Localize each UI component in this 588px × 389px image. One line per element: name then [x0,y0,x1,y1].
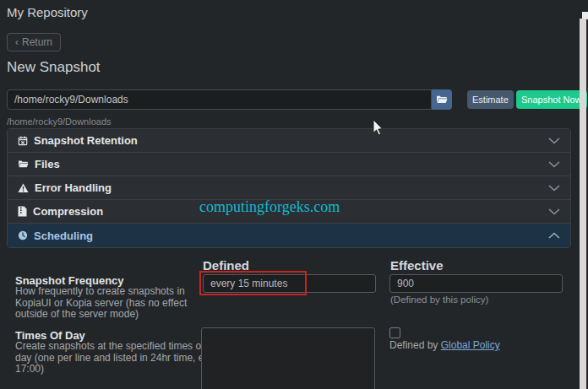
new-snapshot-heading: New Snapshot [7,59,101,76]
section-error-handling[interactable]: Error Handling [8,176,570,200]
chevron-up-icon [548,232,560,239]
chevron-down-icon [548,161,560,168]
section-scheduling[interactable]: Scheduling [8,224,570,247]
section-snapshot-retention[interactable]: Snapshot Retention [8,129,570,153]
times-of-day-description: Create snapshots at the specified times … [15,341,213,375]
kopia-new-snapshot-screen: My Repository ‹ Return New Snapshot Esti… [0,0,588,389]
file-archive-icon [18,206,27,217]
section-label: Scheduling [34,230,93,242]
warning-triangle-icon [18,183,29,193]
page-title: My Repository [7,5,88,19]
effective-frequency-input[interactable] [389,274,563,293]
policy-accordion: Snapshot Retention Files [7,128,571,248]
watermark-text: computingforgeks.com [199,198,340,216]
chevron-down-icon [548,208,560,215]
breadcrumb: /home/rocky9/Downloads [7,116,112,127]
section-label: Error Handling [35,181,112,194]
defined-by-text: Defined by Global Policy [389,339,500,351]
clock-icon [18,230,28,240]
return-button[interactable]: ‹ Return [7,33,61,51]
section-label: Snapshot Retention [34,134,138,147]
defined-by-global-policy-checkbox[interactable] [389,327,400,338]
snapshot-frequency-description: How frequently to create snapshots in Ko… [15,286,200,321]
folder-open-icon [18,159,29,169]
estimate-button[interactable]: Estimate [467,90,514,109]
snapshot-path-input[interactable] [7,89,432,110]
vertical-scrollbar[interactable] [580,19,586,389]
calendar-xmark-icon [18,136,28,146]
defined-column-header: Defined [203,258,249,273]
section-label: Files [35,158,60,170]
snapshot-now-button[interactable]: Snapshot Now [516,90,587,109]
times-of-day-textarea[interactable] [201,327,375,389]
section-files[interactable]: Files [8,153,570,176]
section-label: Compression [33,205,103,218]
chevron-left-icon: ‹ [15,34,19,51]
effective-column-header: Effective [390,258,444,273]
return-button-label: Return [22,34,52,51]
chevron-down-icon [548,185,560,192]
effective-frequency-note: (Defined by this policy) [390,294,488,305]
defined-by-prefix: Defined by [389,339,441,351]
browse-folder-button[interactable] [432,89,452,110]
global-policy-link[interactable]: Global Policy [441,339,500,351]
folder-open-icon [436,95,448,105]
snapshot-frequency-select[interactable]: every 15 minutes [203,274,376,293]
chevron-down-icon [548,138,560,144]
